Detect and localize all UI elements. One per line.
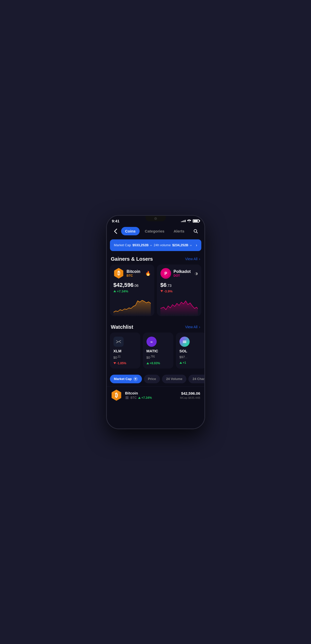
watchlist-cards: XLM $0.11 -1.85% ∞ MATIC: [107, 333, 204, 373]
link-icon-2: ∞: [190, 244, 192, 247]
nav-bar: Coins Categories Alerts: [107, 225, 204, 238]
watchlist-chevron-icon: ›: [199, 325, 200, 329]
bitcoin-price: $42,596.06: [113, 282, 151, 288]
sort-marketcap-button[interactable]: Market Cap ▼: [110, 375, 142, 383]
volume-label: 24h volume: [154, 243, 171, 247]
market-banner[interactable]: Market Cap $533,252B ∞ 24h volume $234,2…: [110, 239, 201, 251]
link-icon-1: ∞: [150, 244, 152, 247]
bitcoin-list-price: $42,596.06: [180, 391, 200, 395]
bitcoin-name-group: Bitcoin BTC: [127, 269, 143, 277]
bitcoin-symbol: BTC: [127, 274, 143, 277]
svg-rect-8: [183, 341, 186, 342]
bitcoin-list-change: +7.34%: [138, 396, 152, 400]
sort-price-button[interactable]: Price: [144, 375, 160, 383]
bitcoin-list-symbol: BTC: [130, 396, 137, 400]
battery-icon: [193, 219, 199, 223]
sol-symbol: SOL: [179, 349, 203, 353]
bitcoin-badge: 🔥: [145, 271, 151, 276]
status-icons: [181, 219, 199, 223]
down-arrow-icon: [160, 290, 163, 292]
sort-change-button[interactable]: 24 Change: [188, 375, 204, 383]
matic-price: $0.791: [146, 355, 170, 359]
svg-rect-7: [183, 341, 186, 341]
status-time: 9:41: [112, 219, 120, 223]
watchlist-sol[interactable]: SOL $97... +1: [176, 333, 204, 369]
tab-coins[interactable]: Coins: [121, 227, 140, 235]
search-button[interactable]: [191, 227, 200, 236]
back-button[interactable]: [111, 227, 120, 236]
watchlist-xlm[interactable]: XLM $0.11 -1.85%: [110, 333, 140, 369]
bitcoin-mcap: MCap $835.44B: [180, 396, 200, 399]
matic-icon: ∞: [146, 337, 157, 347]
xlm-down-icon: [113, 362, 116, 364]
gainers-losers-title: Gainers & Losers: [111, 256, 153, 262]
bitcoin-rank-badge: 1: [125, 396, 129, 399]
matic-change: +8.93%: [146, 361, 170, 365]
list-bitcoin-meta: 1 BTC +7.34%: [125, 396, 177, 400]
xlm-icon: [113, 337, 124, 347]
notch: [140, 216, 171, 223]
signal-bars-icon: [181, 220, 186, 222]
xlm-change: -1.85%: [113, 361, 137, 365]
svg-text:P: P: [164, 271, 167, 276]
bitcoin-card[interactable]: ₿ Bitcoin BTC 🔥 $42,596.06 +7.34%: [110, 265, 154, 316]
bitcoin-card-header: ₿ Bitcoin BTC 🔥: [113, 268, 151, 279]
polkadot-badge: ◑: [195, 271, 198, 275]
polkadot-symbol: DOT: [174, 274, 192, 277]
matic-symbol: MATIC: [146, 349, 170, 353]
volume-value: $234,252B: [172, 243, 188, 247]
tab-categories[interactable]: Categories: [141, 227, 169, 235]
list-bitcoin-info: Bitcoin 1 BTC +7.34%: [125, 391, 177, 400]
list-bitcoin-icon: ₿: [111, 390, 122, 401]
tab-alerts[interactable]: Alerts: [170, 227, 189, 235]
phone-screen: 9:41: [107, 216, 204, 428]
polkadot-chart: [160, 296, 198, 316]
svg-rect-9: [183, 342, 186, 343]
market-banner-content: Market Cap $533,252B ∞ 24h volume $234,2…: [114, 243, 194, 247]
polkadot-name-group: Polkadot DOT: [174, 269, 192, 277]
list-bitcoin-name: Bitcoin: [125, 391, 177, 395]
gainers-losers-cards: ₿ Bitcoin BTC 🔥 $42,596.06 +7.34%: [107, 265, 204, 320]
gainers-losers-view-all[interactable]: View All ›: [185, 257, 200, 261]
polkadot-card-header: P Polkadot DOT ◑: [160, 268, 198, 279]
sol-price: $97...: [179, 355, 203, 359]
polkadot-icon: P: [160, 268, 171, 279]
sort-volume-button[interactable]: 24 Volume: [162, 375, 186, 383]
sort-down-icon: ▼: [133, 377, 138, 381]
bitcoin-price-group: $42,596.06 MCap $835.44B: [180, 391, 200, 399]
camera-notch: [154, 217, 157, 220]
polkadot-card[interactable]: P Polkadot DOT ◑ $6.73 -3.9%: [157, 265, 201, 316]
watchlist-header: Watchlist View All ›: [107, 320, 204, 333]
bitcoin-icon: ₿: [113, 268, 124, 279]
bitcoin-name: Bitcoin: [127, 269, 143, 274]
view-all-chevron-icon: ›: [199, 257, 200, 261]
polkadot-change: -3.9%: [160, 289, 198, 293]
sol-up-icon: [179, 362, 182, 364]
bitcoin-list-up-icon: [138, 397, 141, 399]
polkadot-name: Polkadot: [174, 269, 192, 274]
market-cap-label: Market Cap: [114, 243, 131, 247]
bitcoin-change: +7.34%: [113, 289, 151, 293]
wifi-icon: [187, 219, 191, 223]
watchlist-title: Watchlist: [111, 324, 133, 330]
xlm-price: $0.11: [113, 355, 137, 359]
watchlist-matic[interactable]: ∞ MATIC $0.791 +8.93%: [143, 333, 173, 369]
polkadot-price: $6.73: [160, 282, 198, 288]
market-cap-value: $533,252B: [133, 243, 149, 247]
banner-chevron-icon: ›: [196, 243, 197, 247]
sol-icon: [179, 337, 190, 347]
up-arrow-icon: [113, 290, 116, 292]
bitcoin-chart: [113, 296, 151, 316]
xlm-symbol: XLM: [113, 349, 137, 353]
phone-frame: 9:41: [106, 215, 205, 429]
watchlist-view-all[interactable]: View All ›: [185, 325, 200, 329]
sol-change: +1: [179, 361, 203, 365]
sort-bar: Market Cap ▼ Price 24 Volume 24 Change: [107, 373, 204, 386]
coin-list-row[interactable]: ₿ Bitcoin 1 BTC +7.34% $42,596.06 MCap $…: [107, 386, 204, 404]
matic-up-icon: [146, 362, 149, 364]
gainers-losers-header: Gainers & Losers View All ›: [107, 252, 204, 265]
svg-text:∞: ∞: [150, 340, 153, 344]
